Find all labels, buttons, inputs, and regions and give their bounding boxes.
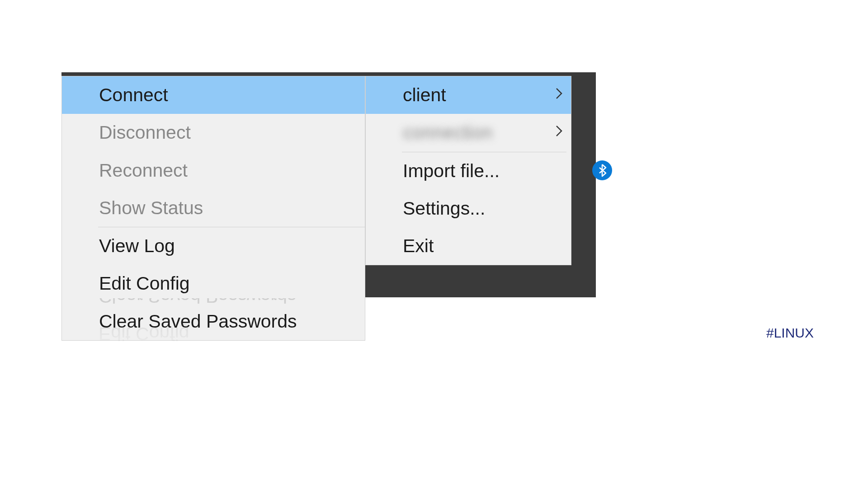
chevron-right-icon bbox=[556, 125, 563, 141]
reflection-effect: Edit Config Clear Saved Passwords bbox=[61, 298, 365, 352]
bluetooth-icon bbox=[592, 160, 612, 180]
monitor-tray-icon[interactable] bbox=[596, 230, 612, 243]
menu-item-client[interactable]: client bbox=[366, 76, 571, 114]
tray-context-menu: client connection Import file... Setting… bbox=[365, 76, 571, 265]
bluetooth-tray-icon[interactable] bbox=[592, 160, 612, 180]
submenu-item-connect[interactable]: Connect bbox=[62, 76, 365, 114]
menu-item-client-label: client bbox=[403, 84, 446, 105]
top-bar bbox=[61, 72, 596, 76]
submenu-item-edit-config[interactable]: Edit Config bbox=[62, 265, 365, 302]
hashtag-label: #LINUX bbox=[766, 325, 814, 341]
submenu-item-disconnect[interactable]: Disconnect bbox=[62, 114, 365, 151]
submenu-item-view-log[interactable]: View Log bbox=[62, 227, 365, 265]
submenu-item-reconnect[interactable]: Reconnect bbox=[62, 152, 365, 189]
svg-rect-0 bbox=[597, 230, 611, 240]
menu-item-obscured-label: connection bbox=[403, 122, 492, 143]
menu-item-import-file[interactable]: Import file... bbox=[366, 152, 571, 190]
submenu-item-show-status[interactable]: Show Status bbox=[62, 189, 365, 227]
menu-item-settings[interactable]: Settings... bbox=[366, 190, 571, 227]
menu-item-obscured[interactable]: connection bbox=[366, 114, 571, 151]
menu-canvas: NeuronVM Connect Disconnect Reconnect Sh… bbox=[61, 72, 596, 298]
chevron-right-icon bbox=[556, 87, 563, 103]
menu-item-exit[interactable]: Exit bbox=[366, 227, 571, 265]
